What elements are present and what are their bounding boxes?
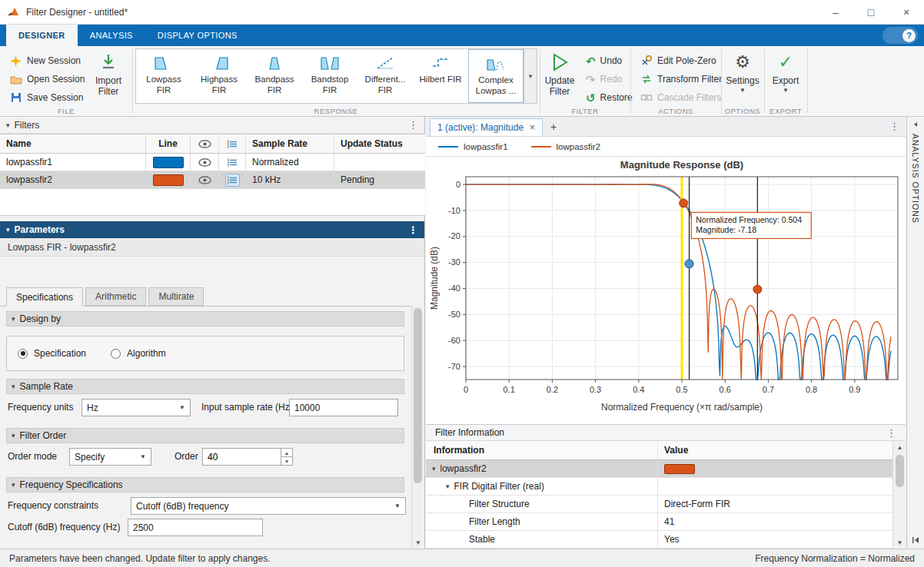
specification-radio-label[interactable]: Specification bbox=[34, 348, 86, 359]
help-button[interactable]: ? bbox=[882, 27, 918, 44]
restore-button[interactable]: ↺ Restore bbox=[583, 89, 636, 106]
gear-icon: ⚙ bbox=[735, 51, 750, 74]
frequency-units-dropdown[interactable]: Hz ▼ bbox=[81, 399, 191, 416]
open-session-button[interactable]: Open Session bbox=[6, 71, 88, 88]
legend-item-lowpassfir1[interactable]: lowpassfir1 bbox=[438, 142, 508, 151]
gallery-expand-button[interactable]: ▾ bbox=[524, 48, 537, 104]
response-hilbert-fir[interactable]: Hilbert FIR bbox=[413, 49, 468, 103]
data-tip-marker[interactable] bbox=[685, 260, 693, 268]
fi-row-filter-type[interactable]: ▾FIR Digital Filter (real) bbox=[426, 478, 892, 496]
response-lowpass-fir[interactable]: LowpassFIR bbox=[136, 49, 191, 103]
visibility-toggle[interactable] bbox=[191, 154, 219, 171]
minimize-button[interactable]: – bbox=[818, 0, 853, 24]
save-session-button[interactable]: Save Session bbox=[6, 89, 86, 106]
sample-rate-section-header[interactable]: ▾ Sample Rate bbox=[6, 379, 404, 394]
undo-button[interactable]: ↶ Undo bbox=[583, 52, 625, 69]
design-by-section-header[interactable]: ▾ Design by bbox=[6, 311, 404, 327]
step-up-icon[interactable]: ▲ bbox=[281, 449, 292, 457]
filter-color-swatch[interactable] bbox=[664, 464, 695, 474]
transform-filter-button[interactable]: Transform Filter bbox=[636, 71, 725, 88]
add-figure-tab-button[interactable]: + bbox=[550, 121, 557, 133]
tab-arithmetic[interactable]: Arithmetic bbox=[85, 287, 146, 306]
expand-icon[interactable]: ▾ bbox=[446, 482, 450, 490]
scroll-down-icon[interactable]: ▼ bbox=[412, 536, 424, 549]
maximize-button[interactable]: □ bbox=[853, 0, 889, 24]
edit-pole-zero-button[interactable]: Edit Pole-Zero bbox=[636, 52, 720, 69]
tab-specifications[interactable]: Specifications bbox=[6, 287, 83, 307]
play-icon bbox=[550, 51, 570, 74]
filter-information-menu-icon[interactable]: ⋮ bbox=[886, 427, 896, 439]
data-tip-marker[interactable] bbox=[680, 199, 688, 207]
filter-order-section-header[interactable]: ▾ Filter Order bbox=[6, 428, 404, 443]
cutoff-row: Cutoff (6dB) frequency (Hz) bbox=[8, 519, 404, 537]
y-tick-label: -20 bbox=[448, 231, 460, 240]
cascade-blocks-icon bbox=[640, 91, 653, 104]
frequency-specifications-section-header[interactable]: ▾ Frequency Specifications bbox=[6, 477, 404, 492]
response-bandstop-fir[interactable]: BandstopFIR bbox=[302, 49, 357, 103]
visibility-toggle[interactable] bbox=[191, 171, 219, 188]
order-stepper: ▲ ▼ bbox=[202, 448, 293, 466]
plot-toggle[interactable] bbox=[219, 171, 246, 188]
filters-table-header: Name Line Sample Rate Update Status bbox=[0, 134, 425, 154]
frequency-constraints-dropdown[interactable]: Cutoff (6dB) frequency ▼ bbox=[131, 497, 406, 515]
step-down-icon[interactable]: ▼ bbox=[281, 457, 292, 465]
parameters-menu-icon[interactable]: ⋮ bbox=[408, 224, 418, 236]
close-button[interactable]: × bbox=[889, 0, 924, 24]
import-filter-button[interactable]: Import Filter bbox=[86, 51, 131, 98]
eye-icon bbox=[198, 140, 211, 148]
chevron-down-icon: ▼ bbox=[394, 502, 401, 509]
order-label: Order bbox=[174, 451, 198, 462]
specification-radio[interactable] bbox=[18, 349, 28, 359]
response-differentiator-fir[interactable]: Different...FIR bbox=[357, 49, 413, 103]
plot-toggle[interactable] bbox=[219, 154, 246, 171]
cutoff-field[interactable] bbox=[128, 519, 263, 536]
tab-multirate[interactable]: Multirate bbox=[148, 287, 204, 306]
tab-designer[interactable]: DESIGNER bbox=[6, 25, 78, 46]
new-session-button[interactable]: New Session bbox=[6, 52, 84, 69]
collapse-filters-icon[interactable]: ▾ bbox=[6, 121, 10, 129]
legend-item-lowpassfir2[interactable]: lowpassfir2 bbox=[531, 142, 601, 151]
fi-row-length[interactable]: Filter Length 41 bbox=[426, 513, 892, 531]
differentiator-response-icon bbox=[375, 53, 395, 73]
export-button[interactable]: ✓ Export ▼ bbox=[767, 51, 804, 94]
order-mode-dropdown[interactable]: Specify ▼ bbox=[69, 448, 151, 466]
close-tab-icon[interactable]: × bbox=[530, 122, 535, 133]
figure-tab-magnitude[interactable]: 1 (active): Magnitude × bbox=[430, 118, 543, 136]
scrollbar-thumb[interactable] bbox=[896, 455, 904, 487]
line-color-swatch[interactable] bbox=[153, 157, 184, 168]
update-filter-button[interactable]: Update Filter bbox=[541, 51, 578, 98]
fi-row-filter[interactable]: ▾lowpassfir2 bbox=[426, 460, 892, 478]
algorithm-radio-label[interactable]: Algorithm bbox=[127, 348, 166, 359]
redo-button[interactable]: ↷ Redo bbox=[583, 71, 625, 88]
filter-row-lowpassfir1[interactable]: lowpassfir1 Normalized bbox=[0, 154, 425, 171]
algorithm-radio[interactable] bbox=[111, 349, 121, 359]
tab-analysis[interactable]: ANALYSIS bbox=[78, 25, 145, 46]
fi-row-stable[interactable]: Stable Yes bbox=[426, 531, 892, 549]
eye-icon bbox=[198, 176, 211, 184]
data-tip-text: Magnitude: -7.18 bbox=[696, 225, 756, 234]
collapse-parameters-icon[interactable]: ▾ bbox=[6, 226, 10, 234]
response-highpass-fir[interactable]: HighpassFIR bbox=[191, 49, 247, 103]
figure-menu-icon[interactable]: ⋮ bbox=[889, 121, 899, 132]
response-bandpass-fir[interactable]: BandpassFIR bbox=[247, 49, 302, 103]
tab-display-options[interactable]: DISPLAY OPTIONS bbox=[145, 25, 250, 46]
filter-row-lowpassfir2[interactable]: lowpassfir2 10 kHz Pending bbox=[0, 171, 425, 189]
data-tip-text: Normalized Frequency: 0.504 bbox=[696, 215, 802, 224]
expand-icon[interactable]: ▾ bbox=[432, 465, 436, 472]
filters-menu-icon[interactable]: ⋮ bbox=[408, 119, 418, 131]
scrollbar-thumb[interactable] bbox=[414, 308, 422, 483]
cascade-filters-button[interactable]: Cascade Filters bbox=[636, 89, 724, 106]
scroll-up-icon[interactable]: ▲ bbox=[893, 441, 906, 453]
response-complex-lowpass[interactable]: ComplexLowpas ... bbox=[468, 49, 523, 103]
order-field[interactable] bbox=[203, 449, 281, 465]
analysis-options-strip[interactable]: ANALYSIS OPTIONS bbox=[906, 117, 924, 549]
fi-row-structure[interactable]: Filter Structure Direct-Form FIR bbox=[426, 496, 892, 513]
status-bar: Parameters have been changed. Update fil… bbox=[0, 549, 924, 567]
settings-button[interactable]: ⚙ Settings ▼ bbox=[723, 51, 763, 94]
dock-panel-icon[interactable] bbox=[912, 536, 919, 544]
expand-panel-icon[interactable] bbox=[912, 121, 919, 128]
scroll-down-icon[interactable]: ▼ bbox=[893, 536, 906, 549]
input-sample-rate-field[interactable] bbox=[289, 399, 398, 416]
data-tip-marker[interactable] bbox=[753, 285, 762, 293]
line-color-swatch[interactable] bbox=[153, 174, 184, 186]
